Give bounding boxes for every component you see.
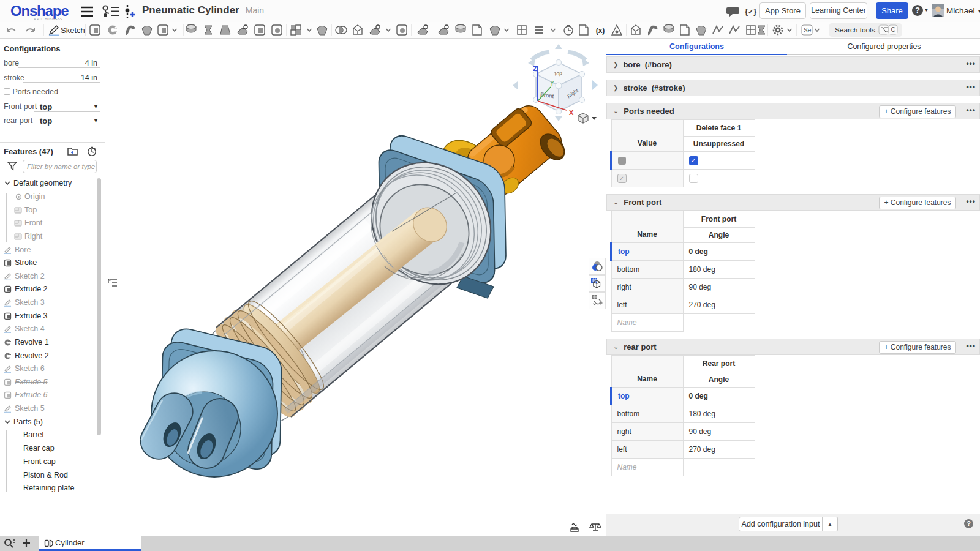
svg-text:Sketch: Sketch	[61, 26, 85, 35]
svg-text:Y: Y	[550, 80, 554, 87]
svg-text:Se: Se	[804, 27, 812, 34]
svg-text:Front: Front	[540, 91, 555, 99]
svg-text:C: C	[891, 26, 895, 33]
svg-text:Search tools...: Search tools...	[835, 26, 881, 34]
svg-text:{✓}: {✓}	[745, 7, 756, 16]
svg-text:Top: Top	[553, 70, 562, 77]
svg-text:Z: Z	[533, 65, 537, 72]
svg-text:X: X	[569, 109, 574, 116]
